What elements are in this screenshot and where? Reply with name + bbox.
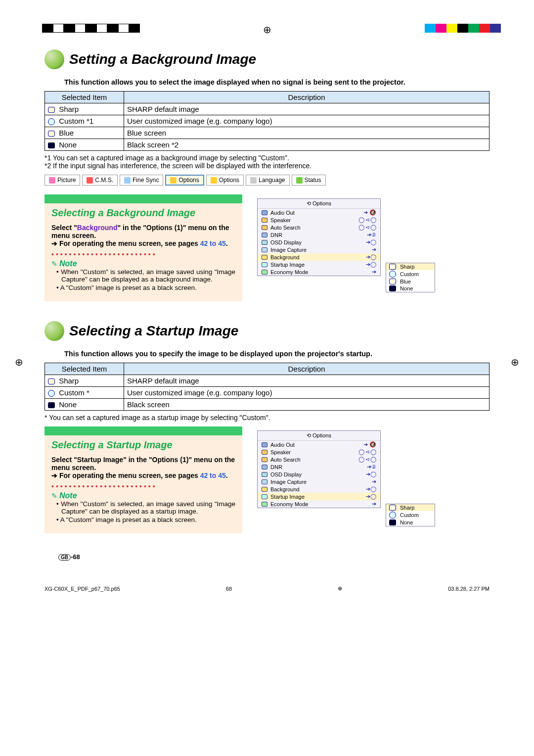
tab-icon <box>211 177 217 184</box>
table-row: SharpSHARP default image <box>45 103 490 115</box>
note-item: • A "Custom" image is preset as a black … <box>56 516 235 523</box>
osd-row[interactable]: Background➔◯ <box>258 485 380 493</box>
instruction-text: ➔ For operating the menu screen, see pag… <box>51 239 235 247</box>
menu-tab-picture[interactable]: Picture <box>44 175 80 186</box>
table-row: NoneBlack screen <box>45 399 490 411</box>
menu-tab-c-m-s-[interactable]: C.M.S. <box>82 175 118 186</box>
menu-tabs: PictureC.M.S.Fine SyncOptionsOptionsLang… <box>44 175 490 186</box>
footnotes: *1 You can set a captured image as a bac… <box>44 154 490 170</box>
section-title: Selecting a Startup Image <box>69 323 238 339</box>
section-intro: This function allows you to specify the … <box>64 350 490 358</box>
tab-icon <box>296 177 303 184</box>
osd-options-menu: ⟲ Options Audio Out➔ 🔇Speaker◯ ➪◯Auto Se… <box>257 430 381 508</box>
table-row: BlueBlue screen <box>45 127 490 139</box>
popup-option[interactable]: Sharp <box>386 263 435 270</box>
circle-icon <box>389 271 396 278</box>
osd-row[interactable]: OSD Display➔◯ <box>258 238 380 246</box>
osd-item-icon <box>262 487 267 492</box>
tab-icon <box>87 177 93 184</box>
osd-row[interactable]: Speaker◯ ➪◯ <box>258 216 380 224</box>
source-file: XG-C60X_E_PDF_p67_70.p65 <box>44 586 120 592</box>
gb-icon: GB <box>58 554 71 561</box>
tab-icon <box>170 177 177 184</box>
osd-item-icon <box>262 262 267 267</box>
osd-item-icon <box>262 247 267 252</box>
popup-option[interactable]: Custom <box>386 511 435 519</box>
osd-item-icon <box>262 255 267 260</box>
popup-option[interactable]: Sharp <box>386 504 435 511</box>
decorative-sphere-icon <box>44 49 64 69</box>
table-row: SharpSHARP default image <box>45 375 490 387</box>
dotted-rule: •••••••••••••••••••••••• <box>51 479 235 491</box>
circle-icon <box>389 512 396 519</box>
instruction-text: Select "Startup Image" in the "Options (… <box>51 456 235 472</box>
osd-row[interactable]: Speaker◯ ➪◯ <box>258 448 380 456</box>
startup-options-table: Selected Item Description SharpSHARP def… <box>44 363 490 411</box>
osd-row[interactable]: Image Capture➔ <box>258 478 380 485</box>
instruction-panel: Selecting a Background Image Select "Bac… <box>44 194 242 301</box>
note-heading: ✎Note <box>51 259 235 268</box>
osd-item-icon <box>262 225 267 230</box>
osd-item-icon <box>262 218 267 223</box>
note-heading: ✎Note <box>51 491 235 500</box>
popup-option[interactable]: Custom <box>386 270 435 278</box>
osd-item-icon <box>262 465 267 470</box>
table-row: Custom *User customized image (e.g. comp… <box>45 387 490 399</box>
osd-row[interactable]: DNR➔② <box>258 231 380 238</box>
background-options-table: Selected Item Description SharpSHARP def… <box>44 91 490 151</box>
printer-marks: ⊕ <box>0 0 534 35</box>
osd-row[interactable]: Auto Search◯ ➪◯ <box>258 456 380 463</box>
osd-row[interactable]: Startup Image➔◯ <box>258 261 380 268</box>
dotted-rule: •••••••••••••••••••••••• <box>51 247 235 259</box>
filled-square-icon <box>389 520 396 525</box>
square-icon <box>48 378 55 384</box>
circle-icon <box>48 390 55 397</box>
th-description: Description <box>124 92 490 103</box>
osd-title: ⟲ Options <box>258 199 380 209</box>
decorative-sphere-icon <box>44 321 64 341</box>
popup-option[interactable]: Blue <box>386 278 435 285</box>
filled-square-icon <box>48 402 55 408</box>
tab-icon <box>124 177 131 184</box>
square-icon <box>389 264 396 270</box>
osd-item-icon <box>262 457 267 462</box>
section-intro: This function allows you to select the i… <box>64 78 490 86</box>
osd-options-menu: ⟲ Options Audio Out➔ 🔇Speaker◯ ➪◯Auto Se… <box>257 198 381 276</box>
filled-square-icon <box>389 285 396 291</box>
subsection-heading: Selecting a Background Image <box>44 205 242 224</box>
osd-item-icon <box>262 270 267 275</box>
circle-icon <box>48 118 55 125</box>
footnotes: * You can set a captured image as a star… <box>44 414 490 422</box>
menu-tab-options[interactable]: Options <box>165 175 204 186</box>
osd-row[interactable]: Economy Mode➔ <box>258 500 380 508</box>
osd-row[interactable]: DNR➔② <box>258 463 380 471</box>
osd-item-icon <box>262 450 267 455</box>
osd-row[interactable]: Economy Mode➔ <box>258 268 380 276</box>
osd-item-icon <box>262 210 267 215</box>
th-selected-item: Selected Item <box>45 92 124 103</box>
osd-row[interactable]: Audio Out➔ 🔇 <box>258 209 380 216</box>
osd-item-icon <box>262 494 267 499</box>
osd-popup: SharpCustomBlueNone <box>386 263 435 292</box>
square-icon <box>389 279 396 284</box>
osd-item-icon <box>262 233 267 237</box>
menu-tab-status[interactable]: Status <box>292 175 326 186</box>
osd-row[interactable]: Background➔◯ <box>258 253 380 261</box>
osd-row[interactable]: OSD Display➔◯ <box>258 471 380 478</box>
osd-row[interactable]: Audio Out➔ 🔇 <box>258 441 380 448</box>
th-description: Description <box>124 363 490 375</box>
timestamp: 03.8.28, 2:27 PM <box>448 586 490 592</box>
osd-row[interactable]: Startup Image➔◯ <box>258 493 380 500</box>
popup-option[interactable]: None <box>386 519 435 526</box>
osd-popup: SharpCustomNone <box>386 504 435 526</box>
osd-row[interactable]: Image Capture➔ <box>258 246 380 253</box>
menu-tab-fine-sync[interactable]: Fine Sync <box>120 175 163 186</box>
th-selected-item: Selected Item <box>45 363 124 375</box>
note-icon: ✎ <box>51 492 57 500</box>
popup-option[interactable]: None <box>386 285 435 292</box>
menu-tab-options[interactable]: Options <box>206 175 244 186</box>
menu-tab-language[interactable]: Language <box>246 175 289 186</box>
note-item: • When "Custom" is selected, an image sa… <box>56 500 235 515</box>
document-footer: XG-C60X_E_PDF_p67_70.p65 68 ⊕ 03.8.28, 2… <box>0 570 534 597</box>
osd-row[interactable]: Auto Search◯ ➪◯ <box>258 224 380 231</box>
